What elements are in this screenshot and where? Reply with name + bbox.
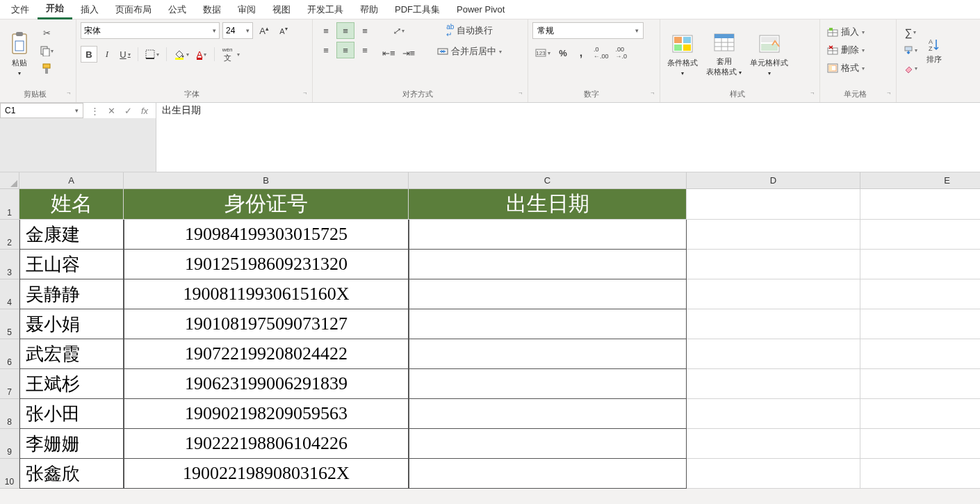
menu-item-0[interactable]: 文件 xyxy=(3,1,38,19)
menu-item-2[interactable]: 插入 xyxy=(72,1,107,19)
delete-cells-button[interactable]: 删除▾ xyxy=(824,42,867,58)
cell-A4[interactable]: 吴静静 xyxy=(19,279,124,309)
merge-center-button[interactable]: 合并后居中 ▾ xyxy=(432,43,507,60)
cell-D5[interactable] xyxy=(687,309,860,339)
border-button[interactable]: ▾ xyxy=(142,46,162,63)
cell-D2[interactable] xyxy=(687,220,860,250)
cell-C3[interactable] xyxy=(409,250,687,279)
format-painter-button[interactable] xyxy=(38,61,56,76)
conditional-format-button[interactable]: 条件格式▾ xyxy=(664,22,701,85)
clear-button[interactable]: ▾ xyxy=(901,60,920,76)
row-header-4[interactable]: 4 xyxy=(0,279,19,309)
autosum-button[interactable]: ∑▾ xyxy=(901,24,920,40)
cell-B8[interactable]: 190902198209059563 xyxy=(124,399,409,429)
decrease-decimal-button[interactable]: .00→.0 xyxy=(613,44,630,61)
row-header-10[interactable]: 10 xyxy=(0,459,19,489)
cell-C9[interactable] xyxy=(409,429,687,459)
align-top-right-button[interactable]: ≡ xyxy=(356,22,374,39)
wrap-text-button[interactable]: ab↵ 自动换行 xyxy=(432,22,507,39)
row-header-5[interactable]: 5 xyxy=(0,309,19,339)
cell-E5[interactable] xyxy=(860,309,980,339)
select-all-corner[interactable] xyxy=(0,172,19,189)
align-top-left-button[interactable]: ≡ xyxy=(317,22,335,39)
underline-button[interactable]: U▾ xyxy=(117,46,133,63)
cell-A3[interactable]: 王山容 xyxy=(19,250,124,279)
enter-formula-button[interactable]: ✓ xyxy=(120,103,136,118)
row-header-6[interactable]: 6 xyxy=(0,339,19,369)
cell-B4[interactable]: 19008119930615160X xyxy=(124,279,409,309)
cell-D10[interactable] xyxy=(687,459,860,489)
cell-C4[interactable] xyxy=(409,279,687,309)
cell-C2[interactable] xyxy=(409,220,687,250)
cell-E3[interactable] xyxy=(860,250,980,279)
cell-B2[interactable]: 190984199303015725 xyxy=(124,220,409,250)
col-header-A[interactable]: A xyxy=(19,172,124,189)
font-size-combo[interactable]: 24 xyxy=(222,22,253,39)
cell-D3[interactable] xyxy=(687,250,860,279)
menu-item-9[interactable]: 帮助 xyxy=(352,1,386,19)
cell-B9[interactable]: 190222198806104226 xyxy=(124,429,409,459)
col-header-D[interactable]: D xyxy=(687,172,860,189)
menu-item-1[interactable]: 开始 xyxy=(38,0,72,19)
cell-B10[interactable]: 19002219890803162X xyxy=(124,459,409,489)
menu-item-3[interactable]: 页面布局 xyxy=(107,1,160,19)
comma-button[interactable]: , xyxy=(573,44,589,61)
decrease-font-button[interactable]: A▾ xyxy=(275,22,292,39)
cell-E9[interactable] xyxy=(860,429,980,459)
col-header-B[interactable]: B xyxy=(124,172,409,189)
cell-A6[interactable]: 武宏霞 xyxy=(19,339,124,369)
font-name-combo[interactable]: 宋体 xyxy=(81,22,220,39)
col-header-C[interactable]: C xyxy=(409,172,687,189)
cell-E10[interactable] xyxy=(860,459,980,489)
menu-item-6[interactable]: 审阅 xyxy=(229,1,264,19)
cell-A5[interactable]: 聂小娟 xyxy=(19,309,124,339)
cell-A7[interactable]: 王斌杉 xyxy=(19,369,124,399)
accounting-format-button[interactable]: 123▾ xyxy=(532,44,553,61)
row-header-7[interactable]: 7 xyxy=(0,369,19,399)
cell-E6[interactable] xyxy=(860,339,980,369)
cell-C6[interactable] xyxy=(409,339,687,369)
menu-item-10[interactable]: PDF工具集 xyxy=(386,1,448,19)
align-bottom-left-button[interactable]: ≡ xyxy=(317,42,335,58)
menu-item-8[interactable]: 开发工具 xyxy=(299,1,352,19)
italic-button[interactable]: I xyxy=(99,46,115,63)
cell-D4[interactable] xyxy=(687,279,860,309)
cell-E4[interactable] xyxy=(860,279,980,309)
orientation-button[interactable]: ⤢▾ xyxy=(379,22,418,39)
cell-C10[interactable] xyxy=(409,459,687,489)
cell-A1[interactable]: 姓名 xyxy=(19,189,124,220)
increase-font-button[interactable]: A▴ xyxy=(256,22,272,39)
row-header-8[interactable]: 8 xyxy=(0,399,19,429)
cell-C1[interactable]: 出生日期 xyxy=(409,189,687,220)
fill-color-button[interactable]: ▾ xyxy=(171,46,192,63)
cell-B1[interactable]: 身份证号 xyxy=(124,189,409,220)
menu-item-11[interactable]: Power Pivot xyxy=(448,1,513,17)
cell-E1[interactable] xyxy=(860,189,980,220)
insert-function-button[interactable]: fx xyxy=(136,103,153,118)
fill-button[interactable]: ▾ xyxy=(901,42,920,58)
align-top-center-button[interactable]: ≡ xyxy=(336,22,354,39)
expand-name-box-button[interactable]: ⋮ xyxy=(86,103,103,118)
cell-C8[interactable] xyxy=(409,399,687,429)
cell-A2[interactable]: 金康建 xyxy=(19,220,124,250)
cell-D7[interactable] xyxy=(687,369,860,399)
cancel-formula-button[interactable]: ✕ xyxy=(103,103,120,118)
cell-D8[interactable] xyxy=(687,399,860,429)
cell-B5[interactable]: 190108197509073127 xyxy=(124,309,409,339)
cell-C7[interactable] xyxy=(409,369,687,399)
cell-E8[interactable] xyxy=(860,399,980,429)
increase-decimal-button[interactable]: .0←.00 xyxy=(591,44,612,61)
insert-cells-button[interactable]: 插入▾ xyxy=(824,24,867,40)
cell-C5[interactable] xyxy=(409,309,687,339)
formula-input[interactable]: 出生日期 xyxy=(156,103,980,172)
col-header-E[interactable]: E xyxy=(860,172,980,189)
cell-B7[interactable]: 190623199006291839 xyxy=(124,369,409,399)
cell-B6[interactable]: 190722199208024422 xyxy=(124,339,409,369)
cut-button[interactable]: ✂ xyxy=(38,25,56,40)
cell-A9[interactable]: 李姗姗 xyxy=(19,429,124,459)
table-format-button[interactable]: 套用表格格式 ▾ xyxy=(703,22,744,85)
cell-E2[interactable] xyxy=(860,220,980,250)
row-header-2[interactable]: 2 xyxy=(0,220,19,250)
number-format-combo[interactable]: 常规 xyxy=(532,22,644,39)
menu-item-5[interactable]: 数据 xyxy=(195,1,229,19)
